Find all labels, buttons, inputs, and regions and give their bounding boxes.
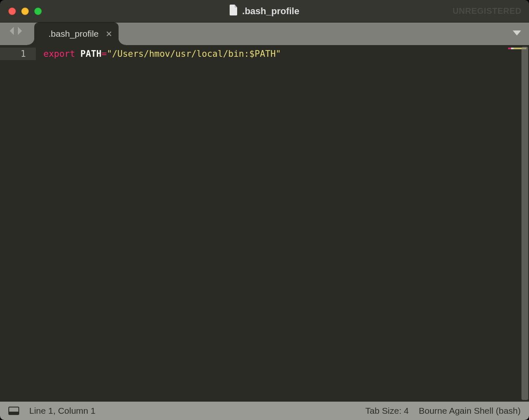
window-title: .bash_profile: [0, 5, 529, 18]
editor-window: .bash_profile UNREGISTERED .bash_profile…: [0, 0, 529, 420]
token-string: "/Users/hmov/usr/local/bin:$PATH": [107, 49, 281, 59]
code-line[interactable]: export PATH="/Users/hmov/usr/local/bin:$…: [36, 48, 507, 60]
line-number: 1: [0, 48, 36, 60]
cursor-position[interactable]: Line 1, Column 1: [29, 406, 96, 416]
title-filename: .bash_profile: [242, 6, 299, 17]
file-icon: [230, 5, 238, 18]
tab-bar: .bash_profile: [0, 23, 529, 45]
tab-size-control[interactable]: Tab Size: 4: [365, 406, 409, 416]
line-gutter: 1: [0, 45, 36, 402]
tab-label: .bash_profile: [48, 29, 99, 39]
nav-forward-button[interactable]: [17, 26, 24, 35]
tab-close-button[interactable]: [106, 30, 112, 38]
window-controls: [8, 8, 42, 15]
token-operator: =: [101, 49, 107, 59]
editor-area[interactable]: 1 export PATH="/Users/hmov/usr/local/bin…: [0, 45, 529, 402]
minimize-window-button[interactable]: [21, 8, 29, 15]
token-variable: PATH: [81, 49, 102, 59]
token-keyword: export: [43, 49, 75, 59]
minimap[interactable]: [507, 45, 529, 402]
code-area[interactable]: export PATH="/Users/hmov/usr/local/bin:$…: [36, 45, 507, 402]
panel-switcher-button[interactable]: [8, 407, 19, 415]
vertical-scrollbar[interactable]: [521, 47, 528, 400]
nav-back-button[interactable]: [8, 26, 15, 35]
syntax-mode-control[interactable]: Bourne Again Shell (bash): [419, 406, 521, 416]
titlebar: .bash_profile UNREGISTERED: [0, 0, 529, 23]
status-bar: Line 1, Column 1 Tab Size: 4 Bourne Agai…: [0, 402, 529, 420]
registration-status: UNREGISTERED: [453, 0, 521, 22]
maximize-window-button[interactable]: [34, 8, 42, 15]
tab-bash-profile[interactable]: .bash_profile: [34, 23, 119, 45]
close-window-button[interactable]: [8, 8, 16, 15]
svg-rect-1: [9, 412, 19, 415]
tab-overflow-button[interactable]: [512, 30, 521, 38]
